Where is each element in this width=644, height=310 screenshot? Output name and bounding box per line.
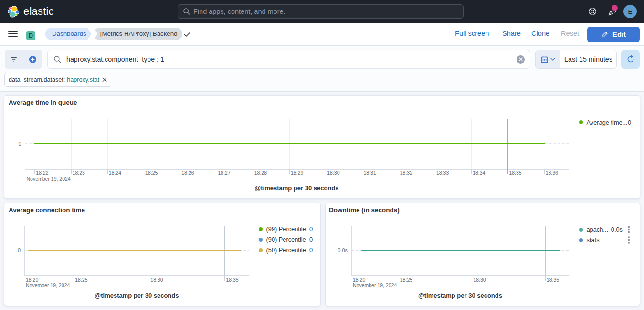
- legend-item-value: 0: [309, 225, 313, 233]
- legend-color-dot: [259, 248, 263, 252]
- dashboards-app-badge[interactable]: D: [26, 31, 35, 40]
- legend-actions-icon[interactable]: [627, 225, 631, 234]
- legend-item-label: Average time...: [587, 119, 628, 126]
- svg-text:18:24: 18:24: [109, 170, 121, 176]
- svg-text:18:27: 18:27: [218, 170, 231, 176]
- svg-text:18:28: 18:28: [254, 170, 267, 176]
- kql-query-input[interactable]: haproxy.stat.component_type : 1: [47, 50, 530, 69]
- edit-button-label: Edit: [612, 31, 626, 38]
- legend-item[interactable]: (50) Percentile 0: [259, 246, 313, 254]
- breadcrumb: Dashboards [Metrics HAProxy] Backend: [45, 28, 182, 40]
- legend-item[interactable]: (90) Percentile 0: [259, 235, 313, 244]
- legend-color-dot: [579, 120, 583, 124]
- svg-text:November 19, 2024: November 19, 2024: [26, 282, 70, 288]
- svg-text:0: 0: [18, 247, 21, 253]
- reset-button[interactable]: Reset: [561, 30, 579, 37]
- svg-text:18:33: 18:33: [436, 170, 449, 176]
- time-range-value[interactable]: Last 15 minutes: [560, 50, 616, 68]
- legend-actions-icon[interactable]: [627, 236, 631, 244]
- x-axis-title: @timestamp per 30 seconds: [25, 184, 569, 192]
- check-icon: [183, 31, 191, 38]
- legend-item-label: (99) Percentile: [266, 225, 306, 233]
- legend-item-label: apach...: [587, 226, 609, 233]
- filter-pill[interactable]: data_stream.dataset: haproxy.stat: [4, 73, 111, 87]
- panel-downtime-in-seconds[interactable]: Downtime (in seconds) 18:2018:2518:3018:…: [325, 203, 640, 306]
- svg-text:18:20: 18:20: [26, 277, 38, 283]
- legend-item[interactable]: (99) Percentile 0: [259, 225, 313, 233]
- chart-legend: (99) Percentile 0 (90) Percentile 0 (50)…: [259, 225, 313, 257]
- filter-pill-value: haproxy.stat: [67, 76, 99, 83]
- filter-pill-field: data_stream.dataset:: [9, 76, 65, 83]
- global-search-placeholder: Find apps, content, and more.: [193, 8, 285, 15]
- edit-button[interactable]: Edit: [587, 27, 640, 42]
- legend-item[interactable]: Average time... 0: [579, 118, 631, 127]
- svg-text:0.0s: 0.0s: [338, 247, 348, 253]
- share-button[interactable]: Share: [502, 30, 521, 37]
- chart-legend: Average time... 0: [579, 118, 631, 129]
- legend-item-value: 0: [628, 119, 631, 126]
- time-range-picker: Last 15 minutes: [535, 50, 617, 69]
- query-filter-bar: haproxy.stat.component_type : 1: [0, 46, 644, 92]
- filter-controls-group: [5, 50, 42, 69]
- x-axis-title: @timestamp per 30 seconds: [351, 292, 569, 299]
- add-filter-button[interactable]: [23, 50, 42, 69]
- legend-color-dot: [579, 238, 583, 242]
- global-search-input[interactable]: Find apps, content, and more.: [178, 4, 464, 19]
- svg-text:18:22: 18:22: [36, 170, 48, 176]
- calendar-icon: [541, 56, 548, 63]
- chart-legend: apach... 0.0s stats: [579, 225, 631, 246]
- svg-text:November 19, 2024: November 19, 2024: [353, 282, 397, 288]
- pencil-icon: [601, 31, 609, 38]
- chevron-down-icon: [550, 58, 555, 61]
- line-chart-average-time-in-queue: 18:2218:2318:2418:2518:2618:2718:2818:29…: [4, 96, 640, 198]
- full-screen-button[interactable]: Full screen: [455, 30, 489, 37]
- svg-text:18:25: 18:25: [400, 277, 412, 283]
- search-icon: [183, 8, 190, 15]
- help-icon[interactable]: [588, 7, 597, 16]
- svg-text:18:25: 18:25: [75, 277, 87, 283]
- legend-item-label: (90) Percentile: [266, 236, 306, 243]
- filter-menu-button[interactable]: [5, 50, 23, 69]
- kibana-dashboard-app: elastic Find apps, content, and more.: [0, 0, 644, 310]
- close-icon: [519, 57, 523, 61]
- notification-badge: [612, 5, 618, 11]
- panel-average-time-in-queue[interactable]: Average time in queue 18:2218:2318:2418:…: [4, 95, 640, 199]
- svg-text:November 19, 2024: November 19, 2024: [27, 176, 71, 182]
- svg-text:18:31: 18:31: [363, 170, 376, 176]
- svg-text:18:30: 18:30: [150, 277, 163, 283]
- clear-query-button[interactable]: [517, 55, 525, 64]
- legend-item[interactable]: apach... 0.0s: [579, 225, 631, 234]
- legend-color-dot: [579, 228, 583, 232]
- svg-text:18:34: 18:34: [473, 170, 485, 176]
- svg-text:18:30: 18:30: [473, 277, 486, 283]
- panel-average-connection-time[interactable]: Average connection time 18:2018:2518:301…: [4, 203, 321, 306]
- filter-icon: [10, 56, 18, 63]
- clone-button[interactable]: Clone: [531, 30, 549, 37]
- svg-text:18:36: 18:36: [546, 170, 558, 176]
- svg-text:18:35: 18:35: [547, 277, 559, 283]
- refresh-icon: [627, 55, 634, 63]
- svg-text:18:30: 18:30: [327, 170, 339, 176]
- svg-text:18:29: 18:29: [291, 170, 303, 176]
- x-axis-title: @timestamp per 30 seconds: [24, 292, 249, 299]
- legend-item[interactable]: stats: [579, 236, 631, 244]
- elastic-logo-icon[interactable]: [8, 6, 20, 18]
- refresh-button[interactable]: [621, 50, 640, 69]
- remove-filter-icon[interactable]: [102, 77, 107, 82]
- user-avatar[interactable]: E: [623, 5, 637, 18]
- query-text: haproxy.stat.component_type : 1: [66, 55, 517, 63]
- svg-text:18:26: 18:26: [181, 170, 194, 176]
- line-chart-downtime: 18:2018:2518:3018:35November 19, 20240.0…: [326, 203, 640, 306]
- plus-in-circle-icon: [29, 56, 36, 63]
- menu-icon[interactable]: [8, 31, 18, 38]
- svg-text:18:20: 18:20: [353, 277, 365, 283]
- legend-color-dot: [259, 238, 263, 242]
- legend-item-value: 0: [309, 236, 313, 243]
- svg-text:0: 0: [18, 141, 21, 147]
- quick-select-menu-button[interactable]: [536, 50, 560, 68]
- dashboard-navbar: D Dashboards [Metrics HAProxy] Backend F…: [0, 23, 644, 46]
- svg-text:18:25: 18:25: [145, 170, 158, 176]
- global-header: elastic Find apps, content, and more.: [0, 0, 644, 23]
- breadcrumb-dashboards[interactable]: Dashboards: [45, 28, 92, 40]
- search-icon: [53, 55, 62, 64]
